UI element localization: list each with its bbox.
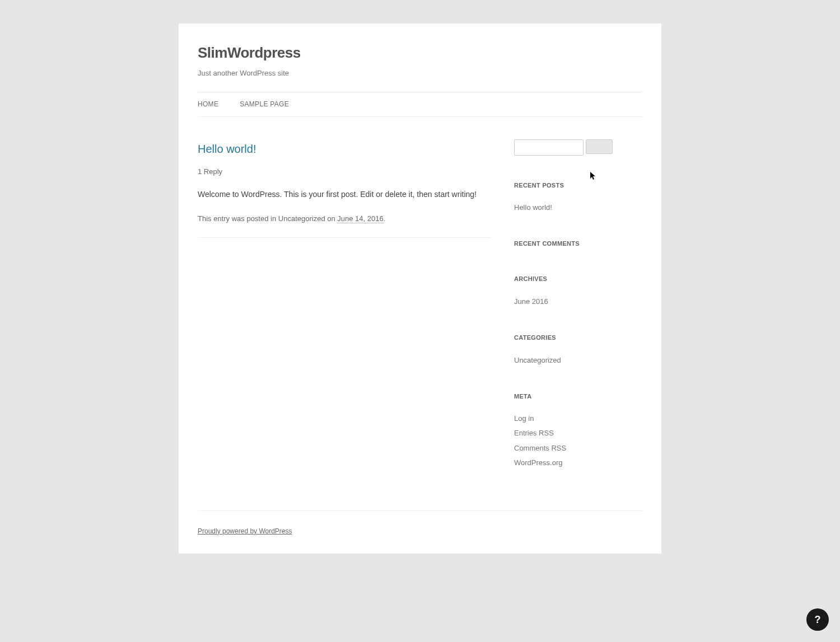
help-button[interactable]: ? xyxy=(806,608,829,631)
meta-prefix: This entry was posted in xyxy=(198,214,278,223)
main-nav: HOME SAMPLE PAGE xyxy=(198,92,642,116)
search-button[interactable] xyxy=(586,139,613,154)
site-container: SlimWordpress Just another WordPress sit… xyxy=(179,24,661,554)
meta-date-link[interactable]: June 14, 2016 xyxy=(337,214,383,223)
meta-on: on xyxy=(325,214,338,223)
site-footer: Proudly powered by WordPress xyxy=(198,510,642,554)
post-meta: This entry was posted in Uncategorized o… xyxy=(198,213,492,238)
meta-wordpress-link[interactable]: WordPress.org xyxy=(514,458,562,467)
meta-category-link[interactable]: Uncategorized xyxy=(278,214,325,223)
recent-posts-title: RECENT POSTS xyxy=(514,180,642,191)
comments-link[interactable]: 1 Reply xyxy=(198,167,222,176)
comments-link-wrap: 1 Reply xyxy=(198,166,492,178)
post-title: Hello world! xyxy=(198,139,492,158)
powered-by-link[interactable]: Proudly powered by WordPress xyxy=(198,527,292,535)
meta-login-link[interactable]: Log in xyxy=(514,414,534,423)
site-title-link[interactable]: SlimWordpress xyxy=(198,44,301,61)
meta-widget: META Log in Entries RSS Comments RSS Wor… xyxy=(514,391,642,469)
meta-title: META xyxy=(514,391,642,402)
category-link[interactable]: Uncategorized xyxy=(514,356,561,364)
meta-entries-rss-link[interactable]: Entries RSS xyxy=(514,429,554,437)
post-article: Hello world! 1 Reply Welcome to WordPres… xyxy=(198,139,492,238)
archive-link[interactable]: June 2016 xyxy=(514,297,548,306)
recent-post-link[interactable]: Hello world! xyxy=(514,203,552,212)
archives-widget: ARCHIVES June 2016 xyxy=(514,274,642,308)
sidebar: RECENT POSTS Hello world! RECENT COMMENT… xyxy=(514,139,642,494)
recent-posts-widget: RECENT POSTS Hello world! xyxy=(514,180,642,214)
search-widget xyxy=(514,139,642,156)
site-header: SlimWordpress Just another WordPress sit… xyxy=(179,24,661,79)
content-wrap: Hello world! 1 Reply Welcome to WordPres… xyxy=(179,117,661,510)
recent-comments-title: RECENT COMMENTS xyxy=(514,238,642,249)
recent-comments-widget: RECENT COMMENTS xyxy=(514,238,642,249)
meta-comments-rss-link[interactable]: Comments RSS xyxy=(514,444,566,452)
post-content: Welcome to WordPress. This is your first… xyxy=(198,188,492,201)
site-description: Just another WordPress site xyxy=(198,67,642,79)
nav-home[interactable]: HOME xyxy=(198,92,218,116)
archives-title: ARCHIVES xyxy=(514,274,642,284)
nav-sample-page[interactable]: SAMPLE PAGE xyxy=(240,92,289,116)
search-input[interactable] xyxy=(514,139,584,156)
post-title-link[interactable]: Hello world! xyxy=(198,143,256,155)
site-title: SlimWordpress xyxy=(198,40,642,65)
main-content: Hello world! 1 Reply Welcome to WordPres… xyxy=(198,139,492,494)
categories-title: CATEGORIES xyxy=(514,332,642,343)
meta-suffix: . xyxy=(384,214,386,223)
categories-widget: CATEGORIES Uncategorized xyxy=(514,332,642,367)
